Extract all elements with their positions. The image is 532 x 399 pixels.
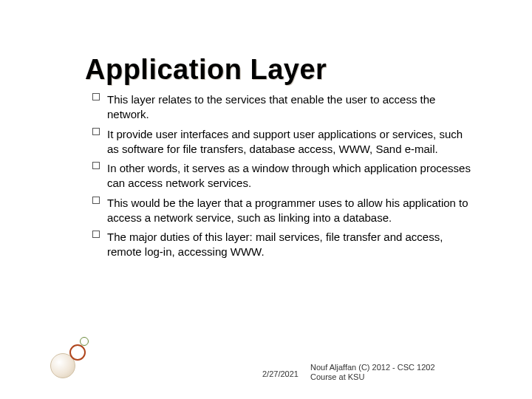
footer-date: 2/27/2021 bbox=[262, 369, 299, 378]
checkbox-icon bbox=[92, 231, 100, 238]
checkbox-icon bbox=[92, 128, 100, 135]
list-item: This would be the layer that a programme… bbox=[92, 196, 477, 226]
list-item: It provide user interfaces and support u… bbox=[92, 127, 477, 157]
slide-body: This layer relates to the services that … bbox=[92, 92, 477, 265]
bullet-text: This would be the layer that a programme… bbox=[107, 197, 468, 224]
bullet-list: This layer relates to the services that … bbox=[92, 92, 477, 260]
bullet-text: This layer relates to the services that … bbox=[107, 93, 435, 120]
list-item: This layer relates to the services that … bbox=[92, 92, 477, 123]
bullet-text: In other words, it serves as a window th… bbox=[107, 162, 471, 189]
footer-credit: Nouf Aljaffan (C) 2012 - CSC 1202 Course… bbox=[310, 363, 458, 383]
checkbox-icon bbox=[92, 197, 100, 204]
bullet-text: The major duties of this layer: mail ser… bbox=[107, 231, 443, 258]
checkbox-icon bbox=[92, 93, 100, 100]
credit-line-1: Nouf Aljaffan (C) 2012 - CSC 1202 bbox=[310, 363, 435, 372]
bullet-text: It provide user interfaces and support u… bbox=[107, 128, 463, 155]
checkbox-icon bbox=[92, 162, 100, 169]
circle-outline-icon bbox=[69, 344, 86, 361]
credit-line-2: Course at KSU bbox=[310, 372, 364, 381]
list-item: The major duties of this layer: mail ser… bbox=[92, 230, 477, 260]
circle-outline-small-icon bbox=[80, 337, 89, 346]
decorative-circles bbox=[50, 337, 95, 381]
list-item: In other words, it serves as a window th… bbox=[92, 161, 477, 191]
slide-title: Application Layer bbox=[85, 54, 327, 86]
